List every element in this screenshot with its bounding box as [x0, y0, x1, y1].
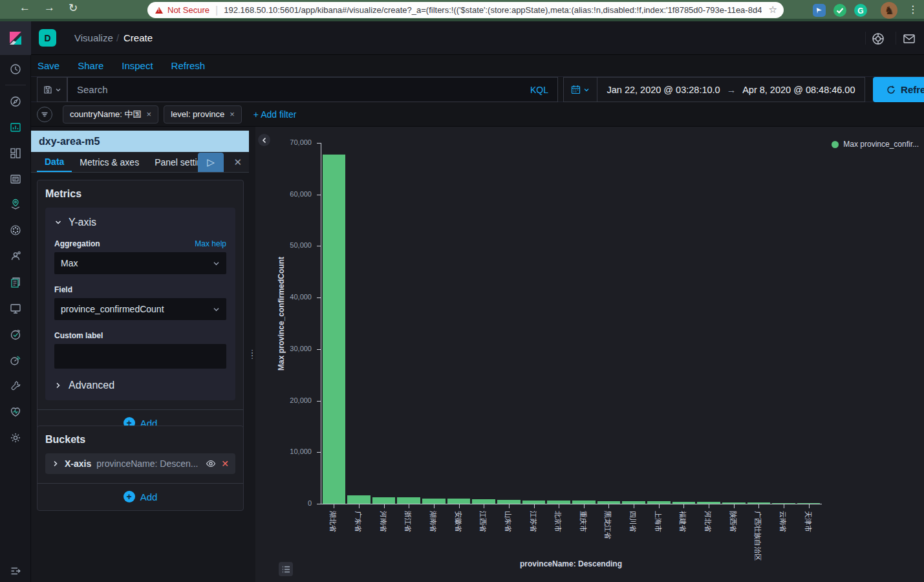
advanced-label: Advanced — [69, 380, 114, 391]
vis-title-bar[interactable]: dxy-area-m5 — [31, 131, 249, 152]
eye-icon[interactable] — [206, 458, 216, 469]
bar-安徽省[interactable] — [447, 499, 471, 504]
avatar-glyph: ♞ — [884, 4, 894, 17]
tab-metrics-axes[interactable]: Metrics & axes — [72, 152, 147, 172]
bar-山东省[interactable] — [497, 500, 521, 504]
calendar-menu-button[interactable] — [564, 78, 597, 102]
collapse-nav-icon[interactable] — [8, 563, 23, 579]
remove-filter-icon[interactable]: × — [147, 109, 152, 119]
kql-toggle[interactable]: KQL — [530, 85, 548, 95]
sidebar-item-metrics[interactable] — [8, 301, 23, 316]
filter-options-icon[interactable] — [37, 107, 52, 122]
sidebar-item-dashboard[interactable] — [8, 146, 23, 161]
help-lifebuoy-icon[interactable] — [870, 30, 886, 47]
bar-天津市[interactable] — [797, 503, 821, 504]
address-bar[interactable]: Not Secure | 192.168.50.10:5601/app/kiba… — [147, 2, 784, 18]
discard-changes-icon[interactable]: ✕ — [233, 156, 242, 168]
sidebar-item-apm[interactable] — [8, 352, 23, 368]
x-tick-mark — [534, 504, 535, 508]
tab-data[interactable]: Data — [37, 152, 72, 172]
field-select[interactable]: province_confirmedCount — [54, 298, 226, 320]
bar-河北省[interactable] — [697, 502, 720, 504]
field-label: Field — [54, 285, 72, 294]
add-filter-button[interactable]: + Add filter — [253, 109, 297, 120]
toggle-legend-button[interactable] — [279, 562, 293, 576]
bar-江苏省[interactable] — [522, 501, 546, 504]
custom-label-input[interactable] — [54, 344, 226, 369]
panel-resizer-handle[interactable]: ⋮⋮ — [249, 127, 255, 582]
bar-河南省[interactable] — [372, 497, 396, 504]
browser-profile-avatar[interactable]: ♞ — [881, 2, 897, 19]
filter-pill-level[interactable]: level: province × — [164, 105, 242, 124]
sidebar-item-maps[interactable] — [8, 197, 23, 212]
inspect-button[interactable]: Inspect — [122, 60, 153, 71]
max-help-link[interactable]: Max help — [195, 239, 226, 248]
bar-云南省[interactable] — [772, 503, 795, 504]
recently-viewed-icon[interactable] — [8, 61, 23, 77]
bar-广东省[interactable] — [347, 495, 371, 504]
bar-江西省[interactable] — [472, 499, 495, 504]
bar-广西壮族自治区[interactable] — [747, 502, 771, 504]
y-tick-mark — [317, 349, 321, 350]
chevron-right-icon — [54, 382, 62, 389]
saved-query-menu-button[interactable] — [37, 77, 67, 102]
browser-back-icon[interactable]: ← — [19, 1, 30, 14]
date-range-start[interactable]: Jan 22, 2020 @ 03:28:10.0 — [607, 85, 720, 95]
save-button[interactable]: Save — [38, 60, 59, 71]
y-tick-mark — [317, 143, 321, 144]
bar-上海市[interactable] — [647, 501, 671, 504]
sidebar-item-graph[interactable] — [8, 248, 23, 264]
breadcrumb-visualize[interactable]: Visualize — [74, 32, 113, 43]
apply-changes-button[interactable]: ▷ — [198, 153, 224, 172]
refresh-link-button[interactable]: Refresh — [171, 60, 206, 71]
x-tick-label: 浙江省 — [403, 511, 413, 532]
bar-重庆市[interactable] — [572, 501, 596, 504]
sidebar-item-discover[interactable] — [8, 94, 23, 109]
x-tick-mark — [359, 504, 360, 508]
aggregation-select[interactable]: Max — [54, 252, 226, 274]
bookmark-star-icon[interactable]: ☆ — [769, 4, 777, 16]
extension-grammarly-icon[interactable]: G — [854, 3, 868, 17]
sidebar-item-canvas[interactable] — [8, 171, 23, 187]
space-badge[interactable]: D — [39, 29, 56, 47]
bucket-description: provinceName: Descen... — [96, 458, 200, 469]
bar-福建省[interactable] — [672, 502, 696, 504]
x-axis-bucket-row[interactable]: X-axis provinceName: Descen... ✕ — [45, 453, 235, 474]
sidebar-item-logs[interactable] — [8, 275, 23, 290]
remove-filter-icon[interactable]: × — [230, 109, 235, 119]
sidebar-item-machine-learning[interactable] — [8, 222, 23, 238]
sidebar-item-management[interactable] — [8, 430, 23, 446]
bar-黑龙江省[interactable] — [597, 501, 621, 504]
bar-湖北省[interactable] — [323, 155, 346, 504]
browser-forward-icon[interactable]: → — [44, 1, 55, 14]
bar-四川省[interactable] — [622, 501, 645, 504]
sidebar-item-dev-tools[interactable] — [8, 378, 23, 394]
extension-blue-icon[interactable] — [812, 3, 826, 17]
refresh-query-button[interactable]: Refresh — [873, 77, 924, 102]
browser-menu-icon[interactable]: ⋮ — [908, 3, 918, 16]
remove-bucket-icon[interactable]: ✕ — [221, 458, 229, 469]
bar-陕西省[interactable] — [722, 502, 746, 504]
kibana-logo[interactable] — [0, 21, 31, 55]
bar-浙江省[interactable] — [397, 497, 420, 504]
bar-湖南省[interactable] — [422, 499, 446, 504]
sidebar-item-uptime[interactable] — [8, 327, 23, 342]
x-tick-mark — [584, 504, 585, 508]
search-input[interactable]: Search KQL — [67, 77, 558, 102]
bar-北京市[interactable] — [547, 501, 570, 504]
date-range-end[interactable]: Apr 8, 2020 @ 08:48:46.00 — [742, 85, 855, 95]
y-tick-label: 0 — [273, 499, 312, 507]
browser-reload-icon[interactable]: ↻ — [69, 1, 78, 15]
search-placeholder: Search — [77, 84, 530, 95]
share-button[interactable]: Share — [78, 60, 103, 71]
sidebar-item-visualize[interactable] — [8, 120, 23, 135]
advanced-accordion[interactable]: Advanced — [54, 380, 226, 391]
y-axis-accordion[interactable]: Y-axis — [54, 217, 226, 228]
sidebar-item-stack-monitoring[interactable] — [8, 404, 23, 420]
x-tick-label: 重庆市 — [578, 511, 588, 532]
filter-pill-countryname[interactable]: countryName: 中国 × — [63, 105, 158, 124]
newsfeed-mail-icon[interactable] — [901, 30, 918, 47]
bar-chart-plot: 010,00020,00030,00040,00050,00060,00070,… — [255, 127, 924, 582]
extension-check-icon[interactable] — [833, 3, 847, 17]
add-bucket-button[interactable]: + Add — [45, 491, 235, 502]
